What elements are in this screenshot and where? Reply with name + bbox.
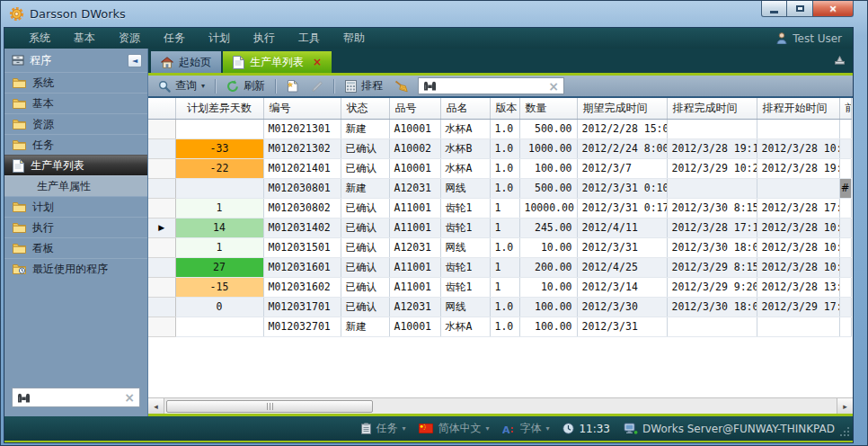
sidebar-item-production-order-props[interactable]: 生产单属性 [4,175,147,196]
cell-order-no[interactable]: M012031701 [263,297,341,317]
menu-item-resource[interactable]: 资源 [107,31,152,46]
cell-sched-end-time[interactable] [667,178,757,198]
cell-quantity[interactable]: 10.00 [519,237,577,257]
cell-order-no[interactable]: M012031402 [263,218,341,237]
sidebar-item-recent-programs[interactable]: 最近使用的程序 [4,258,147,279]
cell-extra[interactable]: # [839,178,851,198]
tab-start-page[interactable]: 起始页 [151,51,221,73]
cell-part-name[interactable]: 齿轮1 [440,277,490,297]
cell-part-name[interactable]: 水杯A [440,158,490,178]
cell-sched-start-time[interactable]: 2012/3/28 19:10 [757,158,839,178]
row-indicator-header[interactable] [148,98,175,119]
cell-sched-end-time[interactable]: 2012/3/30 8:15 [667,198,757,218]
cell-sched-end-time[interactable] [667,119,757,138]
row-indicator-cell[interactable] [148,119,175,138]
clear-x-icon[interactable]: × [124,391,135,404]
menu-item-help[interactable]: 帮助 [332,31,376,46]
cell-sched-start-time[interactable]: 2012/3/28 10:52 [757,237,839,257]
cell-quantity[interactable]: 245.00 [519,218,577,237]
cell-part-name[interactable]: 网线 [440,297,490,317]
cell-version[interactable]: 1.0 [490,119,519,138]
user-indicator[interactable]: Test User [776,32,853,45]
sidebar-item-kanban[interactable]: 看板 [4,237,147,258]
statusbar-item-font[interactable]: A字体▾ [502,421,549,436]
cell-due-time[interactable]: 2012/3/31 0:10 [577,178,667,198]
cell-quantity[interactable]: 100.00 [519,317,577,336]
cell-quantity[interactable]: 500.00 [519,178,577,198]
cell-due-time[interactable]: 2012/4/25 [577,257,667,277]
column-header[interactable]: 排程开始时间 [757,98,839,119]
column-header[interactable]: 数量 [519,98,577,119]
cell-version[interactable]: 1.0 [490,317,519,336]
query-button[interactable]: 查询▾ [154,77,209,95]
new-button[interactable] [282,77,304,95]
cell-sched-end-time[interactable] [667,317,757,336]
column-header[interactable]: 计划差异天数 [175,98,263,119]
sidebar-item-execute[interactable]: 执行 [4,217,147,237]
cell-extra[interactable] [839,198,851,218]
cell-part-no[interactable]: A11001 [389,277,440,297]
cell-part-no[interactable]: A11001 [389,198,440,218]
cell-part-name[interactable]: 网线 [440,178,490,198]
cell-quantity[interactable]: 200.00 [519,257,577,277]
cell-extra[interactable] [839,257,851,277]
cell-version[interactable]: 1 [490,218,519,237]
row-indicator-cell[interactable] [148,158,175,178]
cell-sched-start-time[interactable] [757,317,839,336]
toolbar-search-input[interactable] [440,79,545,94]
column-header[interactable]: 期望完成时间 [577,98,667,119]
cell-sched-end-time[interactable]: 2012/3/29 9:20 [667,277,757,297]
cell-due-time[interactable]: 2012/3/7 [577,158,667,178]
cell-part-no[interactable]: A10001 [389,119,440,138]
cell-status[interactable]: 已确认 [341,198,389,218]
cell-part-name[interactable]: 齿轮1 [440,218,490,237]
cell-status[interactable]: 新建 [341,178,389,198]
cell-order-no[interactable]: M012021301 [263,119,341,138]
menu-item-plan[interactable]: 计划 [197,31,242,46]
row-indicator-cell[interactable]: ▶ [148,218,175,237]
cell-part-no[interactable]: A12031 [389,178,440,198]
cell-part-no[interactable]: A11001 [389,218,440,237]
cell-order-no[interactable]: M012031501 [263,237,341,257]
row-indicator-cell[interactable] [148,198,175,218]
cell-sched-start-time[interactable] [757,178,839,198]
cell-part-no[interactable]: A12031 [389,297,440,317]
menu-item-system[interactable]: 系统 [17,31,62,46]
cell-part-no[interactable]: A10002 [389,138,440,158]
tab-close-icon[interactable]: × [313,56,322,68]
cell-version[interactable]: 1 [490,198,519,218]
cell-diff-days[interactable] [175,317,263,336]
cell-sched-start-time[interactable]: 2012/3/28 10:52 [757,218,839,237]
column-header[interactable]: 状态 [341,98,389,119]
cell-part-no[interactable]: A10001 [389,317,440,336]
cell-version[interactable]: 1.0 [490,138,519,158]
cell-sched-end-time[interactable]: 2012/3/29 8:15 [667,257,757,277]
cell-due-time[interactable]: 2012/3/31 [577,237,667,257]
cell-status[interactable]: 已确认 [341,138,389,158]
cell-extra[interactable] [839,218,851,237]
cell-due-time[interactable]: 2012/2/24 8:00 [577,138,667,158]
sidebar-item-resource[interactable]: 资源 [4,113,147,134]
cell-sched-start-time[interactable]: 2012/3/29 17:46 [757,297,839,317]
tab-production-order-list[interactable]: 生产单列表× [223,51,332,73]
cell-order-no[interactable]: M012021401 [263,158,341,178]
clear-x-icon[interactable]: × [548,80,559,93]
resize-grip[interactable] [840,427,850,437]
cell-quantity[interactable]: 100.00 [519,158,577,178]
menu-item-task[interactable]: 任务 [152,31,197,46]
cell-extra[interactable] [839,297,851,317]
minimize-button[interactable] [761,1,787,17]
cell-part-name[interactable]: 网线 [440,237,490,257]
cell-sched-end-time[interactable]: 2012/3/28 17:13 [667,218,757,237]
cell-diff-days[interactable]: 0 [175,297,263,317]
cell-version[interactable]: 1.0 [490,237,519,257]
scroll-thumb[interactable] [166,400,373,413]
maximize-button[interactable] [787,1,813,17]
cell-extra[interactable] [839,277,851,297]
sidebar-item-production-order-list[interactable]: 生产单列表 [4,155,147,175]
cell-version[interactable]: 1.0 [490,297,519,317]
cell-part-name[interactable]: 水杯A [440,119,490,138]
row-indicator-cell[interactable] [148,138,175,158]
cell-sched-start-time[interactable]: 2012/3/28 13:40 [757,277,839,297]
cell-diff-days[interactable]: -22 [175,158,263,178]
